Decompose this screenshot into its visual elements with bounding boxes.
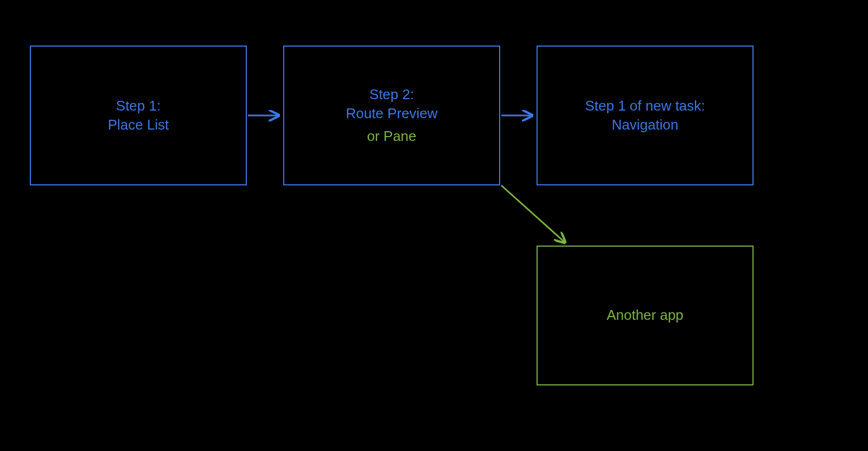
box-step1-title: Step 1: [116,96,161,115]
box-step2: Step 2: Route Preview or Pane [283,46,500,185]
box-step1-subtitle: Place List [108,115,169,134]
arrow-step2-to-another-app [501,185,564,242]
box-step2-subtitle: Route Preview [346,104,437,123]
box-another-app: Another app [537,246,754,385]
box-step2-title: Step 2: [369,85,414,104]
box-step3-subtitle: Navigation [612,115,679,134]
box-step2-alt: or Pane [367,127,416,146]
diagram-canvas: Step 1: Place List Step 2: Route Preview… [0,0,868,451]
box-step1: Step 1: Place List [30,46,247,185]
box-step3: Step 1 of new task: Navigation [537,46,754,185]
box-another-app-title: Another app [607,306,684,325]
box-step3-title: Step 1 of new task: [585,96,705,115]
